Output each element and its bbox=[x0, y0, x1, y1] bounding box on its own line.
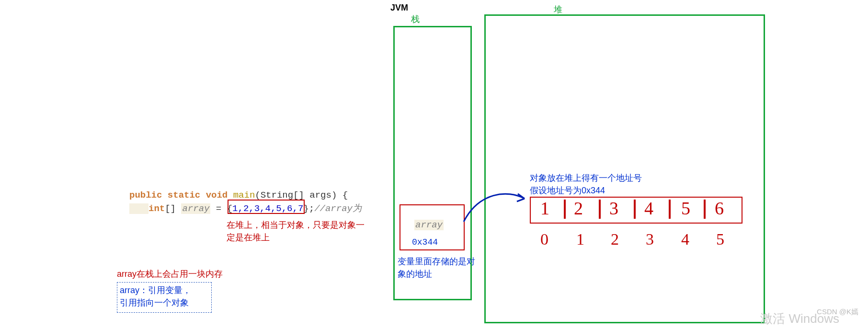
comment: //array为 bbox=[314, 203, 362, 214]
idx-1: 1 bbox=[576, 230, 584, 248]
idx-3: 3 bbox=[646, 230, 654, 248]
stack-var-addr: 0x344 bbox=[412, 236, 438, 248]
note-heap-object: 在堆上，相当于对象，只要是对象一定是在堆上 bbox=[227, 219, 370, 244]
note-obj-addr-1: 对象放在堆上得有一个地址号 bbox=[530, 172, 642, 184]
note-ref-1: array：引用变量， bbox=[120, 284, 191, 296]
cell-dividers bbox=[530, 197, 741, 222]
literal-highlight-box bbox=[228, 200, 305, 214]
semi: ; bbox=[309, 203, 314, 214]
idx-2: 2 bbox=[611, 230, 619, 248]
note-obj-addr-2: 假设地址号为0x344 bbox=[530, 184, 605, 197]
stack-var-label: array bbox=[414, 220, 444, 230]
pointer-arrow-icon bbox=[460, 187, 537, 225]
heap-box bbox=[484, 14, 765, 323]
stack-label: 栈 bbox=[411, 13, 420, 25]
heap-label: 堆 bbox=[554, 4, 562, 15]
cell-4: 5 bbox=[681, 198, 690, 219]
cell-0: 1 bbox=[540, 198, 549, 219]
kw-void: void bbox=[206, 190, 228, 201]
eq: = bbox=[210, 203, 227, 214]
note-stack-mem: array在栈上会占用一块内存 bbox=[117, 268, 223, 280]
cell-1: 2 bbox=[574, 198, 583, 219]
note-store-addr: 变量里面存储的是对象的地址 bbox=[398, 255, 479, 280]
sig: (String[] args) { bbox=[255, 190, 348, 201]
stack-var-name: array bbox=[414, 220, 444, 230]
kw-public: public bbox=[129, 190, 162, 201]
var-array: array bbox=[181, 203, 210, 214]
brackets: [] bbox=[165, 203, 181, 214]
jvm-label: JVM bbox=[390, 3, 408, 13]
cell-2: 3 bbox=[609, 198, 618, 219]
idx-4: 4 bbox=[681, 230, 689, 248]
idx-5: 5 bbox=[716, 230, 724, 248]
kw-int: int bbox=[148, 203, 165, 214]
note-ref-2: 引用指向一个对象 bbox=[120, 296, 189, 309]
fn-main: main bbox=[233, 190, 255, 201]
csdn-watermark: CSDN @K嫣 bbox=[817, 307, 858, 317]
cell-5: 6 bbox=[715, 198, 724, 219]
kw-static: static bbox=[168, 190, 200, 201]
cell-3: 4 bbox=[644, 198, 653, 219]
idx-0: 0 bbox=[540, 230, 548, 248]
